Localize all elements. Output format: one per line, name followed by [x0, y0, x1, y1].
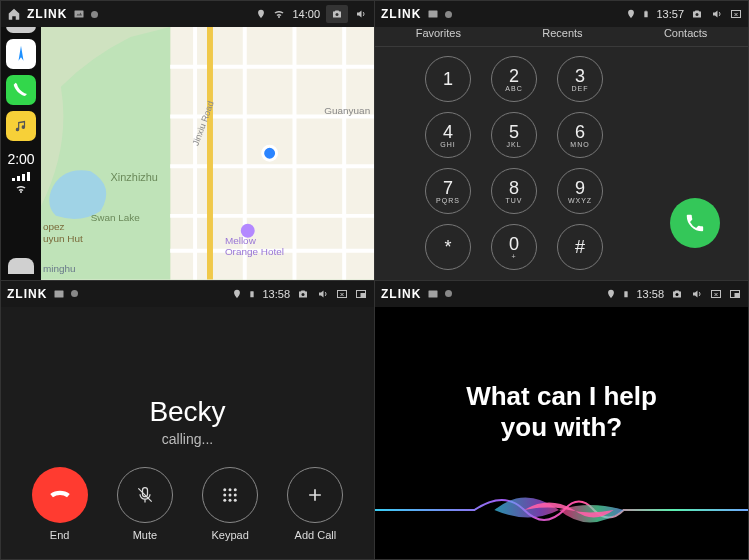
location-icon: [626, 8, 636, 20]
key-6[interactable]: 6MNO: [557, 112, 603, 158]
clock-text: 14:00: [292, 8, 320, 20]
svg-point-36: [234, 499, 237, 502]
key-num: 3: [575, 67, 585, 85]
key-3[interactable]: 3DEF: [557, 56, 603, 102]
end-call-button[interactable]: [32, 467, 88, 523]
key-sub: ABC: [505, 85, 522, 92]
add-call-button[interactable]: [287, 467, 343, 523]
picture-icon: [427, 288, 439, 300]
rail-phone-button[interactable]: [6, 75, 36, 105]
close-icon[interactable]: [730, 8, 742, 20]
svg-point-35: [229, 499, 232, 502]
svg-point-31: [223, 494, 226, 497]
battery-icon: [642, 8, 650, 20]
home-icon[interactable]: [7, 7, 21, 21]
key-sub: MNO: [570, 141, 589, 148]
location-icon: [232, 288, 242, 300]
end-label: End: [50, 529, 70, 541]
keypad-button[interactable]: [202, 467, 258, 523]
svg-rect-22: [251, 291, 254, 297]
location-icon: [606, 288, 616, 300]
svg-rect-21: [55, 290, 64, 297]
svg-point-1: [336, 13, 339, 16]
map-label-swan: Swan Lake: [91, 212, 141, 223]
camera-icon[interactable]: [296, 288, 310, 300]
side-info: 2:00: [1, 151, 41, 199]
key-num: 9: [575, 179, 585, 197]
siri-line2: you with?: [501, 412, 622, 442]
key-num: #: [575, 238, 585, 256]
pip-icon[interactable]: [728, 288, 742, 300]
close-icon[interactable]: [336, 288, 348, 300]
side-wifi-icon: [13, 183, 29, 195]
camera-icon[interactable]: [690, 8, 704, 20]
dot-icon: [445, 11, 452, 18]
key-sub: DEF: [572, 85, 589, 92]
key-num: 8: [509, 179, 519, 197]
key-8[interactable]: 8TUV: [491, 168, 537, 214]
call-status-text: calling...: [1, 431, 374, 447]
tab-contacts[interactable]: Contacts: [664, 27, 707, 44]
map-label-xinzhizhu: Xinzhizhu: [111, 171, 158, 183]
key-num: 5: [509, 123, 519, 141]
key-num: 7: [443, 179, 453, 197]
app-rail: [1, 1, 41, 280]
plus-icon: [305, 485, 325, 505]
volume-icon[interactable]: [710, 8, 724, 20]
key-4[interactable]: 4GHI: [425, 112, 471, 158]
key-5[interactable]: 5JKL: [491, 112, 537, 158]
key-num: 6: [575, 123, 585, 141]
rail-more-button[interactable]: [8, 258, 34, 274]
pip-icon[interactable]: [354, 288, 368, 300]
svg-rect-16: [429, 11, 438, 18]
rail-music-button[interactable]: [6, 111, 36, 141]
key-9[interactable]: 9WXYZ: [557, 168, 603, 214]
app-title: ZLINK: [7, 287, 47, 301]
key-0[interactable]: 0+: [491, 224, 537, 270]
map-svg: Xinzhizhu Swan Lake Jinxiu Road Guanyuan…: [41, 27, 374, 280]
map-label-uyun: uyun Hut: [43, 233, 83, 244]
key-#[interactable]: #: [557, 224, 603, 270]
rail-nav-button[interactable]: [6, 39, 36, 69]
dot-icon: [445, 290, 452, 297]
key-sub: JKL: [506, 141, 521, 148]
close-icon[interactable]: [710, 288, 722, 300]
statusbar: ZLINK 13:58: [1, 281, 374, 307]
clock-text: 13:58: [636, 288, 664, 300]
map-label-minghu: minghu: [43, 263, 76, 274]
tab-recents[interactable]: Recents: [542, 27, 582, 44]
volume-icon[interactable]: [690, 288, 704, 300]
camera-icon[interactable]: [326, 5, 348, 23]
key-num: 1: [443, 70, 453, 88]
app-title: ZLINK: [27, 7, 67, 21]
svg-point-32: [229, 494, 232, 497]
svg-rect-0: [75, 11, 84, 18]
clock-text: 13:58: [262, 288, 290, 300]
svg-point-39: [676, 293, 679, 296]
key-2[interactable]: 2ABC: [491, 56, 537, 102]
dial-call-button[interactable]: [670, 198, 720, 248]
volume-icon[interactable]: [316, 288, 330, 300]
statusbar: ZLINK 13:58: [375, 281, 748, 307]
svg-point-14: [263, 146, 277, 160]
key-7[interactable]: 7PQRS: [425, 168, 471, 214]
key-1[interactable]: 1: [425, 56, 471, 102]
map-view[interactable]: Xinzhizhu Swan Lake Jinxiu Road Guanyuan…: [41, 27, 374, 280]
svg-point-33: [234, 494, 237, 497]
picture-icon: [73, 8, 85, 20]
svg-point-34: [223, 499, 226, 502]
volume-icon[interactable]: [354, 8, 368, 20]
svg-rect-38: [625, 291, 628, 297]
statusbar: ZLINK 14:00: [1, 1, 374, 27]
svg-rect-42: [735, 293, 739, 296]
keypad-label: Keypad: [211, 529, 248, 541]
call-actions: End Mute Keypad Add Call: [1, 467, 374, 541]
call-contact-name: Becky: [1, 396, 374, 428]
svg-rect-26: [361, 293, 365, 296]
wifi-icon: [272, 8, 286, 20]
map-label-opez: opez: [43, 221, 65, 232]
mute-button[interactable]: [117, 467, 173, 523]
camera-icon[interactable]: [670, 288, 684, 300]
key-*[interactable]: *: [425, 224, 471, 270]
tab-favorites[interactable]: Favorites: [416, 27, 461, 44]
